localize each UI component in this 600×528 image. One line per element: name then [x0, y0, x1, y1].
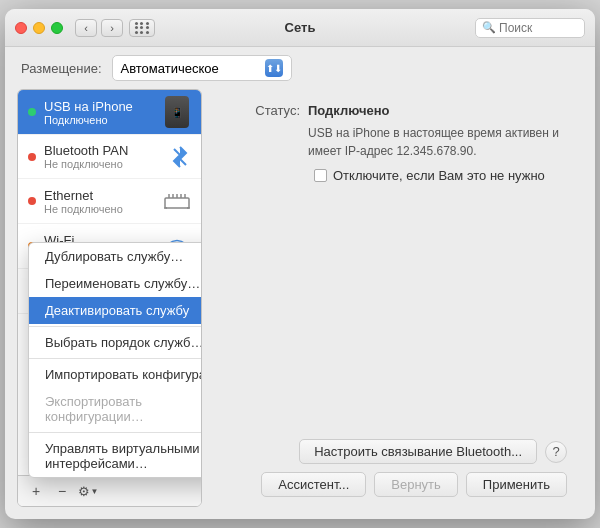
iphone-icon: 📱: [163, 98, 191, 126]
menu-item-export: Экспортировать конфигурации…: [29, 388, 202, 430]
disconnect-checkbox[interactable]: [314, 169, 327, 182]
menu-separator-1: [29, 326, 202, 327]
svg-rect-0: [165, 198, 189, 208]
item-name: USB на iPhone: [44, 99, 163, 114]
menu-item-order[interactable]: Выбрать порядок служб…: [29, 329, 202, 356]
menu-item-deactivate[interactable]: Деактивировать службу: [29, 297, 202, 324]
sidebar: USB на iPhone Подключено 📱 Bluetooth PAN…: [17, 89, 202, 507]
assistant-button[interactable]: Ассистент...: [261, 472, 366, 497]
sidebar-item-ethernet[interactable]: Ethernet Не подключено: [18, 179, 201, 224]
menu-item-duplicate[interactable]: Дублировать службу…: [29, 243, 202, 270]
nav-buttons: ‹ ›: [75, 19, 123, 37]
search-box[interactable]: 🔍: [475, 18, 585, 38]
forward-button[interactable]: ›: [101, 19, 123, 37]
bluetooth-icon: [169, 146, 191, 168]
item-name: Bluetooth PAN: [44, 143, 169, 158]
item-text: Bluetooth PAN Не подключено: [44, 143, 169, 170]
sidebar-item-bluetooth-pan[interactable]: Bluetooth PAN Не подключено: [18, 135, 201, 179]
checkbox-label: Отключите, если Вам это не нужно: [333, 168, 545, 183]
menu-item-import[interactable]: Импортировать конфигурации…: [29, 361, 202, 388]
grid-button[interactable]: [129, 19, 155, 37]
back-button[interactable]: ‹: [75, 19, 97, 37]
status-value: Подключено: [308, 103, 389, 118]
footer-row: Ассистент... Вернуть Применить: [230, 472, 567, 497]
placement-select[interactable]: Автоматическое ⬆⬇: [112, 55, 292, 81]
minimize-button[interactable]: [33, 22, 45, 34]
menu-item-rename[interactable]: Переименовать службу…: [29, 270, 202, 297]
status-dot-red: [28, 197, 36, 205]
titlebar: ‹ › Сеть 🔍: [5, 9, 595, 47]
sidebar-footer: + − ⚙ ▼ Дублировать службу… Переименоват…: [18, 475, 201, 506]
menu-item-manage[interactable]: Управлять виртуальными интерфейсами…: [29, 435, 202, 477]
item-status: Не подключено: [44, 158, 169, 170]
help-button[interactable]: ?: [545, 441, 567, 463]
maximize-button[interactable]: [51, 22, 63, 34]
status-dot-green: [28, 108, 36, 116]
gear-arrow-icon: ▼: [91, 487, 99, 496]
item-status: Не подключено: [44, 203, 163, 215]
content: USB на iPhone Подключено 📱 Bluetooth PAN…: [5, 89, 595, 519]
search-input[interactable]: [499, 21, 579, 35]
remove-service-button[interactable]: −: [50, 480, 74, 502]
status-desc-row: USB на iPhone в настоящее время активен …: [230, 124, 567, 160]
placement-value: Автоматическое: [121, 61, 265, 76]
window: ‹ › Сеть 🔍 Размещение: Автоматическое ⬆⬇: [5, 9, 595, 519]
main-panel: Статус: Подключено USB на iPhone в насто…: [214, 89, 583, 507]
ethernet-icon: [163, 187, 191, 215]
status-description: USB на iPhone в настоящее время активен …: [308, 124, 567, 160]
item-name: Ethernet: [44, 188, 163, 203]
item-text: USB на iPhone Подключено: [44, 99, 163, 126]
item-text: Ethernet Не подключено: [44, 188, 163, 215]
toolbar: Размещение: Автоматическое ⬆⬇: [5, 47, 595, 89]
status-row: Статус: Подключено: [230, 103, 567, 118]
status-section: Статус: Подключено USB на iPhone в насто…: [230, 103, 567, 189]
bluetooth-setup-button[interactable]: Настроить связывание Bluetooth...: [299, 439, 537, 464]
gear-icon: ⚙: [78, 484, 90, 499]
iphone-active-graphic: 📱: [165, 96, 189, 128]
status-key: Статус:: [230, 103, 300, 118]
menu-separator-3: [29, 432, 202, 433]
window-title: Сеть: [285, 20, 316, 35]
revert-button: Вернуть: [374, 472, 458, 497]
bottom-actions: Настроить связывание Bluetooth... ?: [230, 439, 567, 464]
item-status: Подключено: [44, 114, 163, 126]
traffic-lights: [15, 22, 63, 34]
menu-separator-2: [29, 358, 202, 359]
add-service-button[interactable]: +: [24, 480, 48, 502]
status-dot-red: [28, 153, 36, 161]
apply-button[interactable]: Применить: [466, 472, 567, 497]
select-arrow-icon: ⬆⬇: [265, 59, 283, 77]
search-icon: 🔍: [482, 21, 496, 34]
sidebar-item-usb-iphone[interactable]: USB на iPhone Подключено 📱: [18, 90, 201, 135]
close-button[interactable]: [15, 22, 27, 34]
gear-menu-button[interactable]: ⚙ ▼: [76, 480, 100, 502]
placement-label: Размещение:: [21, 61, 102, 76]
gear-dropdown-menu: Дублировать службу… Переименовать службу…: [28, 242, 202, 478]
checkbox-row: Отключите, если Вам это не нужно: [230, 168, 567, 183]
